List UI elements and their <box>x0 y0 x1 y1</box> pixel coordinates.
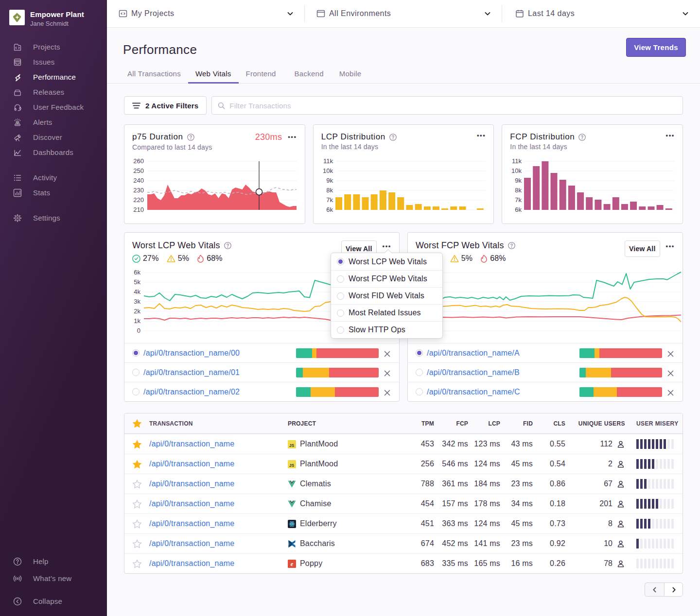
svg-text:240: 240 <box>133 177 144 184</box>
svg-text:250: 250 <box>133 167 144 174</box>
svg-text:7k: 7k <box>515 196 522 204</box>
svg-text:9k: 9k <box>515 177 522 184</box>
svg-text:9k: 9k <box>326 177 333 184</box>
svg-text:10k: 10k <box>323 167 333 174</box>
svg-text:210: 210 <box>133 206 144 213</box>
svg-text:220: 220 <box>133 196 144 204</box>
svg-text:260: 260 <box>133 157 144 165</box>
svg-text:6k: 6k <box>134 269 140 276</box>
svg-text:3k: 3k <box>134 298 140 305</box>
svg-text:6k: 6k <box>515 206 522 213</box>
svg-text:230: 230 <box>133 187 144 194</box>
svg-text:10k: 10k <box>511 167 522 174</box>
svg-text:8k: 8k <box>326 187 333 194</box>
svg-text:6k: 6k <box>326 206 333 213</box>
svg-text:11k: 11k <box>323 157 333 165</box>
svg-text:7k: 7k <box>326 196 333 204</box>
svg-text:5k: 5k <box>134 278 140 286</box>
svg-text:0: 0 <box>137 327 140 334</box>
svg-text:11k: 11k <box>512 157 522 165</box>
svg-text:e: e <box>291 561 294 567</box>
svg-text:JS: JS <box>289 462 295 467</box>
svg-text:2k: 2k <box>134 308 140 315</box>
svg-text:JS: JS <box>289 443 295 447</box>
svg-text:8k: 8k <box>515 187 522 194</box>
svg-text:1k: 1k <box>134 317 140 325</box>
svg-text:4k: 4k <box>134 288 140 295</box>
